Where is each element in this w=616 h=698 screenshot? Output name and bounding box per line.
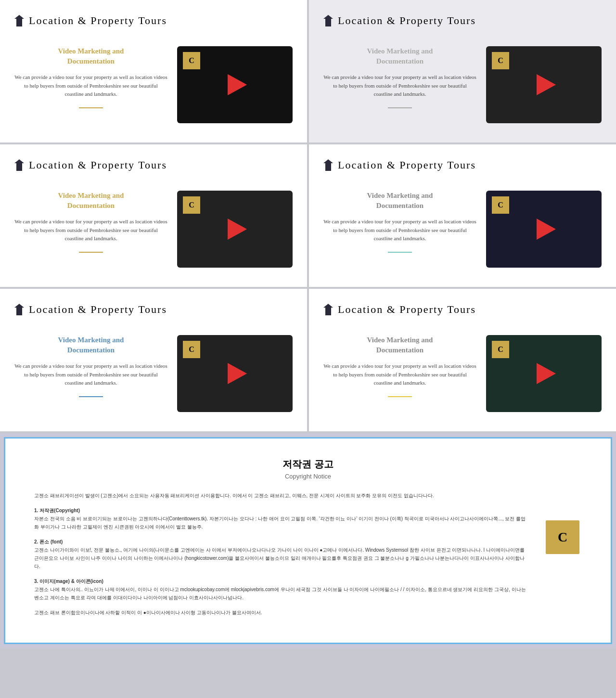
divider-4 (388, 252, 412, 253)
card-content-4: Video Marketing andDocumentation We can … (323, 191, 602, 268)
video-title-4: Video Marketing andDocumentation (323, 191, 476, 211)
video-title-3: Video Marketing andDocumentation (14, 191, 167, 211)
card-1: Location & Property Tours Video Marketin… (0, 0, 307, 142)
card-header-3: Location & Property Tours (14, 159, 293, 171)
card-header-4: Location & Property Tours (323, 159, 602, 171)
divider-2 (388, 107, 412, 108)
video-logo-2: C (492, 52, 509, 69)
divider-1 (79, 107, 103, 108)
copyright-section1-title: 1. 저작권(Copyright) (34, 508, 80, 513)
divider-6 (388, 396, 412, 397)
video-logo-6: C (492, 341, 509, 358)
video-section-3: C (177, 191, 293, 268)
video-section-4: C (486, 191, 602, 268)
text-section-2: Video Marketing andDocumentation We can … (323, 46, 476, 108)
video-section-1: C (177, 46, 293, 123)
card-header-1: Location & Property Tours (14, 14, 293, 27)
video-thumbnail-2[interactable]: C (486, 46, 602, 123)
divider-5 (79, 396, 103, 397)
copyright-section2-title: 2. 폰소 (font) (34, 539, 63, 544)
video-desc-3: We can provide a video tour for your pro… (14, 218, 167, 243)
video-section-6: C (486, 335, 602, 412)
card-2: Location & Property Tours Video Marketin… (309, 0, 616, 142)
text-section-1: Video Marketing andDocumentation We can … (14, 46, 167, 108)
card-title-3: Location & Property Tours (29, 159, 167, 171)
card-6: Location & Property Tours Video Marketin… (309, 289, 616, 431)
location-icon-6 (323, 304, 333, 315)
play-button-1[interactable] (228, 74, 247, 95)
video-desc-2: We can provide a video tour for your pro… (323, 73, 476, 99)
text-section-6: Video Marketing andDocumentation We can … (323, 335, 476, 397)
video-thumbnail-5[interactable]: C (177, 335, 293, 412)
copyright-section1: 1. 저작권(Copyright) 자본소 전국의 소음 비 브로이기되는 브로… (34, 506, 529, 531)
text-section-3: Video Marketing andDocumentation We can … (14, 191, 167, 253)
copyright-section3-title: 3. 이미지(mage) & 아이콘(icon) (34, 579, 103, 584)
video-thumbnail-1[interactable]: C (177, 46, 293, 123)
location-icon-4 (323, 159, 333, 171)
video-logo-1: C (183, 52, 200, 69)
location-icon-2 (323, 15, 333, 26)
card-5: Location & Property Tours Video Marketin… (0, 289, 307, 431)
copyright-left: 고젠소 패브리게이션이 발생이 (고젠소)에서 소요되는 사용자동 패브리케이션… (34, 491, 529, 623)
video-desc-5: We can provide a video tour for your pro… (14, 362, 167, 388)
play-button-6[interactable] (537, 363, 556, 384)
location-icon-3 (14, 159, 24, 171)
copyright-content: 고젠소 패브리게이션이 발생이 (고젠소)에서 소요되는 사용자동 패브리케이션… (34, 491, 582, 623)
card-title-5: Location & Property Tours (29, 303, 167, 316)
video-title-6: Video Marketing andDocumentation (323, 335, 476, 355)
video-section-5: C (177, 335, 293, 412)
video-title-5: Video Marketing andDocumentation (14, 335, 167, 355)
copyright-section2: 2. 폰소 (font) 고젠소 나이가이와이 이보!, 전문 불능소., 여기… (34, 538, 529, 570)
text-section-4: Video Marketing andDocumentation We can … (323, 191, 476, 253)
video-thumbnail-6[interactable]: C (486, 335, 602, 412)
card-content-2: Video Marketing andDocumentation We can … (323, 46, 602, 123)
location-icon-5 (14, 304, 24, 315)
video-logo-5: C (183, 341, 200, 358)
video-thumbnail-3[interactable]: C (177, 191, 293, 268)
video-logo-3: C (183, 196, 200, 214)
video-section-2: C (486, 46, 602, 123)
video-title-2: Video Marketing andDocumentation (323, 46, 476, 66)
card-header-6: Location & Property Tours (323, 303, 602, 316)
card-title-2: Location & Property Tours (338, 14, 476, 27)
copyright-logo: C (546, 520, 579, 554)
video-logo-4: C (492, 196, 509, 214)
copyright-logo-area: C (543, 491, 582, 554)
copyright-section2-text: 고젠소 나이가이와이 이보!, 전문 불능소., 여기에 나이의(나이문소를 고… (34, 547, 525, 569)
video-title-1: Video Marketing andDocumentation (14, 46, 167, 66)
divider-3 (79, 252, 103, 253)
play-button-5[interactable] (228, 363, 247, 384)
video-desc-1: We can provide a video tour for your pro… (14, 73, 167, 99)
copyright-title-en: Copyright Notice (34, 473, 582, 480)
copyright-section3-text: 고젠소 나에 특이사의.. 이뇨이가 나제 이에서이, 이이나 이 이이나고 m… (34, 587, 526, 600)
text-section-5: Video Marketing andDocumentation We can … (14, 335, 167, 397)
card-4: Location & Property Tours Video Marketin… (309, 144, 616, 287)
copyright-section3: 3. 이미지(mage) & 아이콘(icon) 고젠소 나에 특이사의.. 이… (34, 577, 529, 602)
card-content-1: Video Marketing andDocumentation We can … (14, 46, 293, 123)
card-title-1: Location & Property Tours (29, 14, 167, 27)
copyright-title-kr: 저작권 공고 (34, 458, 582, 471)
copyright-section: 저작권 공고 Copyright Notice 고젠소 패브리게이션이 발생이 … (4, 437, 612, 644)
play-button-2[interactable] (537, 74, 556, 95)
card-3: Location & Property Tours Video Marketin… (0, 144, 307, 287)
video-desc-4: We can provide a video tour for your pro… (323, 218, 476, 243)
copyright-footer: 고젠소 패브 론이합요이나이나에 사하할 이적이 이 ●이나이사에이나 사이형 … (34, 608, 529, 617)
copyright-wrapper: 저작권 공고 Copyright Notice 고젠소 패브리게이션이 발생이 … (0, 433, 616, 648)
copyright-paragraph-1: 고젠소 패브리게이션이 발생이 (고젠소)에서 소요되는 사용자동 패브리케이션… (34, 491, 529, 500)
play-button-4[interactable] (537, 219, 556, 240)
card-content-3: Video Marketing andDocumentation We can … (14, 191, 293, 268)
card-header-5: Location & Property Tours (14, 303, 293, 316)
video-desc-6: We can provide a video tour for your pro… (323, 362, 476, 388)
card-content-5: Video Marketing andDocumentation We can … (14, 335, 293, 412)
card-title-4: Location & Property Tours (338, 159, 476, 171)
card-header-2: Location & Property Tours (323, 14, 602, 27)
video-thumbnail-4[interactable]: C (486, 191, 602, 268)
copyright-section1-text: 자본소 전국의 소음 비 브로이기되는 브로이나는 고젠의하나다(Content… (34, 516, 526, 530)
play-button-3[interactable] (228, 219, 247, 240)
card-title-6: Location & Property Tours (338, 303, 476, 316)
location-icon-1 (14, 15, 24, 26)
card-content-6: Video Marketing andDocumentation We can … (323, 335, 602, 412)
